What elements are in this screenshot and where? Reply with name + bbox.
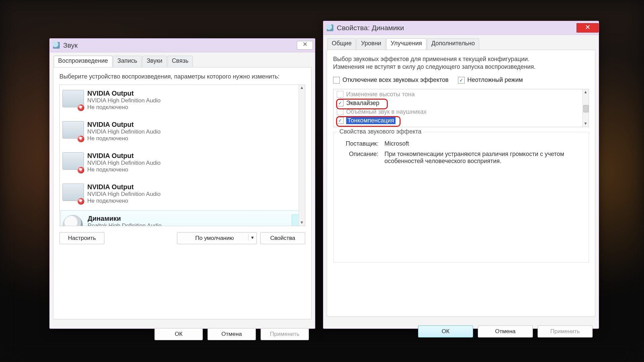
- properties-titlebar[interactable]: Свойства: Динамики ✕: [323, 21, 599, 35]
- checkbox-icon: [333, 77, 340, 84]
- enhancements-instruction: Выбор звуковых эффектов для применения к…: [333, 55, 548, 70]
- sound-panel: Выберите устройство воспроизведения, пар…: [53, 67, 312, 319]
- effect-properties-group: Свойства звукового эффекта Поставщик: Mi…: [333, 132, 589, 263]
- checkbox-icon: [337, 108, 343, 115]
- device-name: Динамики: [88, 215, 162, 222]
- tab-recording[interactable]: Запись: [113, 56, 142, 67]
- ok-button[interactable]: ОК: [418, 325, 473, 338]
- enhancements-panel: Выбор звуковых эффектов для применения к…: [327, 50, 595, 317]
- ok-button[interactable]: ОК: [154, 328, 203, 340]
- effect-properties-legend: Свойства звукового эффекта: [337, 128, 423, 135]
- sound-titlebar[interactable]: Звук ✕: [50, 39, 315, 52]
- provider-value: Microsoft: [384, 140, 584, 147]
- device-row[interactable]: NVIDIA Output NVIDIA High Definition Aud…: [60, 147, 305, 178]
- device-scrollbar[interactable]: ▲ ▼: [298, 85, 305, 226]
- device-name: NVIDIA Output: [87, 183, 160, 191]
- status-badge-disconnected-icon: [77, 198, 85, 205]
- scroll-up-icon[interactable]: ▲: [583, 89, 589, 95]
- tab-communications[interactable]: Связь: [168, 56, 193, 67]
- sound-tabs: Воспроизведение Запись Звуки Связь: [50, 52, 315, 67]
- immediate-mode-checkbox[interactable]: Неотложный режим: [458, 76, 523, 84]
- apply-button[interactable]: Применить: [261, 328, 309, 340]
- immediate-mode-label: Неотложный режим: [467, 76, 523, 84]
- scroll-up-icon[interactable]: ▲: [299, 85, 305, 91]
- properties-window-title: Свойства: Динамики: [337, 24, 577, 32]
- speaker-app-icon: [327, 24, 333, 31]
- sound-window-title: Звук: [63, 41, 297, 49]
- device-desc: Realtek High Definition Audio: [88, 222, 162, 226]
- cancel-button[interactable]: Отмена: [208, 328, 256, 340]
- effect-item-loudness[interactable]: Тонкомпенсация: [333, 116, 589, 125]
- device-name: NVIDIA Output: [87, 90, 160, 97]
- disable-all-effects-checkbox[interactable]: Отключение всех звуковых эффектов: [333, 76, 449, 84]
- device-name: NVIDIA Output: [87, 121, 160, 128]
- speaker-icon: [63, 215, 83, 226]
- checkbox-checked-icon: [337, 100, 343, 106]
- device-row[interactable]: NVIDIA Output NVIDIA High Definition Aud…: [60, 116, 305, 147]
- apply-button[interactable]: Применить: [538, 325, 593, 338]
- checkbox-icon: [337, 91, 343, 98]
- effects-list[interactable]: ▲ ▼ Изменение высоты тона Эквалайзер Объ…: [333, 89, 589, 127]
- effect-label-selected: Тонкомпенсация: [346, 117, 396, 124]
- sound-dialog-buttons: ОК Отмена Применить: [50, 323, 315, 346]
- device-list[interactable]: ▲ ▼ NVIDIA Output NVIDIA High Definition…: [59, 85, 305, 226]
- effect-item[interactable]: Объёмный звук в наушниках: [333, 107, 589, 116]
- close-icon[interactable]: ✕: [297, 41, 313, 50]
- properties-button[interactable]: Свойства: [260, 232, 305, 244]
- properties-dialog-buttons: ОК Отмена Применить: [323, 320, 599, 344]
- tab-sounds[interactable]: Звуки: [142, 56, 167, 67]
- status-badge-disconnected-icon: [77, 166, 85, 174]
- effect-label: Изменение высоты тона: [346, 91, 415, 98]
- effects-scrollbar[interactable]: ▲ ▼: [582, 89, 589, 127]
- set-default-button[interactable]: По умолчанию: [177, 232, 257, 244]
- scroll-down-icon[interactable]: ▼: [583, 121, 589, 127]
- tab-general[interactable]: Общие: [327, 38, 356, 50]
- device-row-selected[interactable]: Динамики Realtek High Definition Audio У…: [60, 210, 304, 226]
- provider-key: Поставщик:: [338, 140, 378, 147]
- disable-all-effects-label: Отключение всех звуковых эффектов: [342, 76, 449, 84]
- device-name: NVIDIA Output: [87, 152, 160, 160]
- description-key: Описание:: [338, 151, 378, 165]
- description-value: При тонкомпенсации устраняются различия …: [384, 151, 584, 165]
- device-row[interactable]: NVIDIA Output NVIDIA High Definition Aud…: [60, 178, 305, 210]
- effect-label: Эквалайзер: [346, 100, 379, 107]
- tab-playback[interactable]: Воспроизведение: [54, 56, 112, 67]
- effect-item-equalizer[interactable]: Эквалайзер: [333, 99, 589, 107]
- sound-window: Звук ✕ Воспроизведение Запись Звуки Связ…: [49, 38, 315, 329]
- device-desc: NVIDIA High Definition Audio: [87, 160, 160, 166]
- scroll-down-icon[interactable]: ▼: [299, 220, 305, 226]
- configure-button[interactable]: Настроить: [59, 232, 104, 244]
- properties-tabs: Общие Уровни Улучшения Дополнительно: [323, 35, 599, 50]
- tab-enhancements[interactable]: Улучшения: [386, 38, 426, 50]
- status-badge-disconnected-icon: [77, 135, 85, 143]
- status-badge-disconnected-icon: [77, 104, 85, 111]
- close-icon[interactable]: ✕: [577, 23, 599, 33]
- device-desc: NVIDIA High Definition Audio: [87, 191, 160, 198]
- tab-advanced[interactable]: Дополнительно: [427, 38, 479, 50]
- device-status: Не подключено: [87, 135, 160, 142]
- device-status: Не подключено: [87, 166, 160, 173]
- cancel-button[interactable]: Отмена: [478, 325, 533, 338]
- properties-window: Свойства: Динамики ✕ Общие Уровни Улучше…: [323, 21, 599, 329]
- checkbox-checked-icon: [337, 117, 343, 124]
- device-row[interactable]: NVIDIA Output NVIDIA High Definition Aud…: [60, 85, 305, 116]
- effect-item[interactable]: Изменение высоты тона: [333, 90, 589, 99]
- tab-levels[interactable]: Уровни: [357, 38, 385, 50]
- checkbox-checked-icon: [458, 77, 465, 84]
- device-status: Не подключено: [87, 198, 160, 204]
- sound-instruction: Выберите устройство воспроизведения, пар…: [59, 73, 305, 81]
- scrollbar-thumb[interactable]: [583, 105, 589, 112]
- device-desc: NVIDIA High Definition Audio: [87, 97, 160, 104]
- sound-app-icon: [53, 42, 60, 49]
- effect-label: Объёмный звук в наушниках: [346, 108, 427, 115]
- device-desc: NVIDIA High Definition Audio: [87, 128, 160, 135]
- device-status: Не подключено: [87, 104, 160, 111]
